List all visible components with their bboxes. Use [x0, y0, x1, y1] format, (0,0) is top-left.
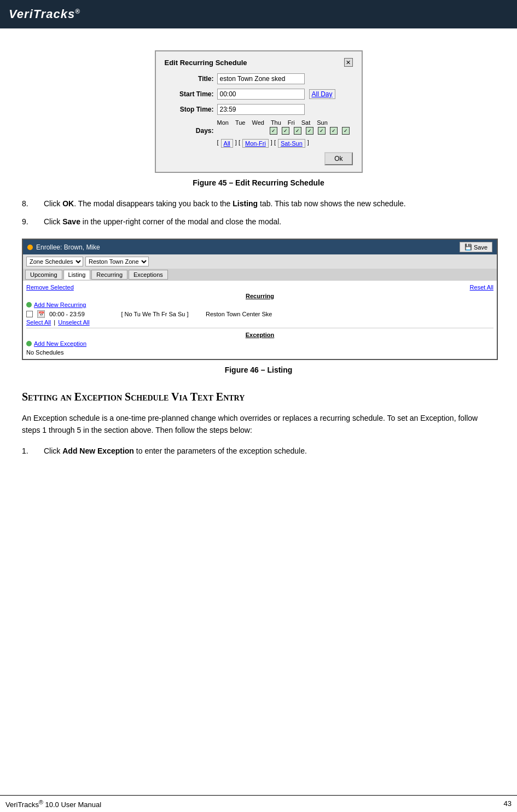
figure-46-container: Enrollee: Brown, Mike 💾 Save Zone Schedu…: [22, 239, 495, 374]
section-heading: Setting an Exception Schedule Via Text E…: [22, 391, 495, 403]
page-footer: VeriTracks® 10.0 User Manual 43: [0, 795, 517, 812]
schedule-icon: 📅: [37, 310, 45, 318]
checkbox-sat[interactable]: ✓: [330, 127, 338, 135]
save-button[interactable]: 💾 Save: [460, 242, 492, 252]
schedule-time-range: 00:00 - 23:59: [49, 311, 104, 317]
bracket-close3: ]: [307, 139, 309, 148]
stop-time-input[interactable]: [217, 104, 305, 115]
schedule-row: 📅 00:00 - 23:59 [ No Tu We Th Fr Sa Su ]…: [26, 309, 493, 319]
checkbox-wed[interactable]: ✓: [294, 127, 301, 135]
reset-all-link[interactable]: Reset All: [470, 284, 493, 291]
days-field-row: Days: ✓ ✓ ✓ ✓ ✓ ✓ ✓: [165, 127, 353, 135]
step-9-number: 9.: [22, 216, 44, 228]
step-9-text: Click Save in the upper-right corner of …: [44, 216, 281, 228]
action-row: Remove Selected Reset All: [26, 283, 493, 292]
checkbox-sun[interactable]: ✓: [342, 127, 350, 135]
schedule-zone-name: Reston Town Center Ske: [206, 311, 272, 317]
tab-exceptions[interactable]: Exceptions: [129, 270, 168, 280]
listing-ui: Enrollee: Brown, Mike 💾 Save Zone Schedu…: [22, 239, 498, 360]
add-new-recurring-row: Add New Recurring: [26, 300, 493, 309]
dialog-title-bar: Edit Recurring Schedule ✕: [165, 58, 353, 67]
days-checkboxes: ✓ ✓ ✓ ✓ ✓ ✓ ✓: [270, 127, 350, 135]
figure-45-container: Edit Recurring Schedule ✕ Title: Start T…: [22, 50, 495, 187]
days-header: Mon Tue Wed Thu Fri Sat Sun: [217, 119, 353, 126]
select-all-link[interactable]: Select All: [26, 319, 51, 326]
listing-toolbar: Zone Schedules Reston Town Zone: [23, 254, 497, 269]
day-thu: Thu: [271, 119, 281, 126]
zone-schedules-dropdown[interactable]: Zone Schedules: [26, 257, 83, 266]
start-time-field-row: Start Time: All Day: [165, 89, 353, 100]
listing-header-bar: Enrollee: Brown, Mike 💾 Save: [23, 240, 497, 254]
checkbox-fri[interactable]: ✓: [318, 127, 326, 135]
checkbox-thu[interactable]: ✓: [306, 127, 313, 135]
day-sun: Sun: [317, 119, 328, 126]
day-wed: Wed: [252, 119, 264, 126]
figure-46-caption: Figure 46 – Listing: [225, 366, 293, 374]
step-8: 8. Click OK. The modal disappears taking…: [22, 198, 495, 210]
ok-button[interactable]: Ok: [324, 152, 352, 165]
exception-step-1-number: 1.: [22, 445, 44, 457]
exception-step-1: 1. Click Add New Exception to enter the …: [22, 445, 495, 457]
bracket-close: ] [: [235, 139, 240, 148]
section-heading-text: Setting an Exception Schedule Via Text E…: [22, 391, 245, 403]
bracket-open: [: [217, 139, 219, 148]
enrollee-name: Enrollee: Brown, Mike: [36, 243, 100, 251]
unselect-all-link[interactable]: Unselect All: [58, 319, 89, 326]
all-day-link[interactable]: All Day: [309, 89, 335, 99]
schedule-days-display: [ No Tu We Th Fr Sa Su ]: [108, 311, 201, 317]
save-icon: 💾: [464, 243, 472, 251]
day-mon: Mon: [217, 119, 229, 126]
page-number: 43: [504, 799, 512, 808]
zone-name-dropdown[interactable]: Reston Town Zone: [85, 257, 149, 266]
dialog-close-button[interactable]: ✕: [344, 58, 353, 67]
remove-selected-link[interactable]: Remove Selected: [26, 284, 74, 291]
listing-body: Remove Selected Reset All Recurring Add …: [23, 281, 497, 359]
title-label: Title:: [165, 75, 214, 83]
exception-step-1-text: Click Add New Exception to enter the par…: [44, 445, 307, 457]
listing-header-title: Enrollee: Brown, Mike: [27, 243, 100, 251]
tab-upcoming[interactable]: Upcoming: [25, 270, 62, 280]
stop-time-field-row: Stop Time:: [165, 104, 353, 115]
bracket-close2: ] [: [271, 139, 276, 148]
body-paragraph: An Exception schedule is a one-time pre-…: [22, 412, 495, 437]
steps-list: 8. Click OK. The modal disappears taking…: [22, 198, 495, 228]
select-unselect-row: Select All | Unselect All: [26, 319, 493, 326]
dialog-title-text: Edit Recurring Schedule: [165, 59, 247, 67]
days-quick-links: [ All ] [ Mon-Fri ] [ Sat-Sun ]: [217, 139, 353, 148]
day-sat: Sat: [301, 119, 311, 126]
step-8-text: Click OK. The modal disappears taking yo…: [44, 198, 406, 210]
step-8-number: 8.: [22, 198, 44, 210]
all-days-link[interactable]: All: [221, 139, 233, 148]
footer-left-text: VeriTracks® 10.0 User Manual: [5, 799, 101, 809]
exception-steps-list: 1. Click Add New Exception to enter the …: [22, 445, 495, 457]
add-recurring-dot: [26, 302, 32, 308]
add-new-exception-row: Add New Exception: [26, 339, 493, 348]
add-new-recurring-link[interactable]: Add New Recurring: [34, 301, 86, 308]
schedule-checkbox[interactable]: [26, 311, 33, 317]
figure-45-caption: Figure 45 – Edit Recurring Schedule: [193, 178, 324, 187]
day-tue: Tue: [235, 119, 246, 126]
step-9: 9. Click Save in the upper-right corner …: [22, 216, 495, 228]
checkbox-mon[interactable]: ✓: [270, 127, 277, 135]
mon-fri-link[interactable]: Mon-Fri: [242, 139, 269, 148]
add-new-exception-link[interactable]: Add New Exception: [34, 340, 86, 347]
title-input[interactable]: [217, 73, 305, 84]
tab-recurring[interactable]: Recurring: [91, 270, 127, 280]
listing-tabs: Upcoming Listing Recurring Exceptions: [23, 269, 497, 281]
main-content: Edit Recurring Schedule ✕ Title: Start T…: [0, 28, 517, 474]
sat-sun-link[interactable]: Sat-Sun: [278, 139, 305, 148]
divider: |: [54, 319, 57, 326]
edit-recurring-dialog: Edit Recurring Schedule ✕ Title: Start T…: [155, 50, 363, 173]
logo: VeriTracks®: [9, 7, 80, 21]
checkbox-tue[interactable]: ✓: [282, 127, 289, 135]
days-label: Days:: [165, 127, 214, 135]
status-dot: [27, 245, 33, 250]
day-fri: Fri: [288, 119, 295, 126]
start-time-label: Start Time:: [165, 90, 214, 98]
section-divider: [26, 328, 493, 328]
no-schedules-text: No Schedules: [26, 348, 493, 357]
start-time-input[interactable]: [217, 89, 305, 100]
tab-listing[interactable]: Listing: [63, 270, 91, 280]
save-label: Save: [474, 244, 487, 251]
add-exception-dot: [26, 341, 32, 346]
